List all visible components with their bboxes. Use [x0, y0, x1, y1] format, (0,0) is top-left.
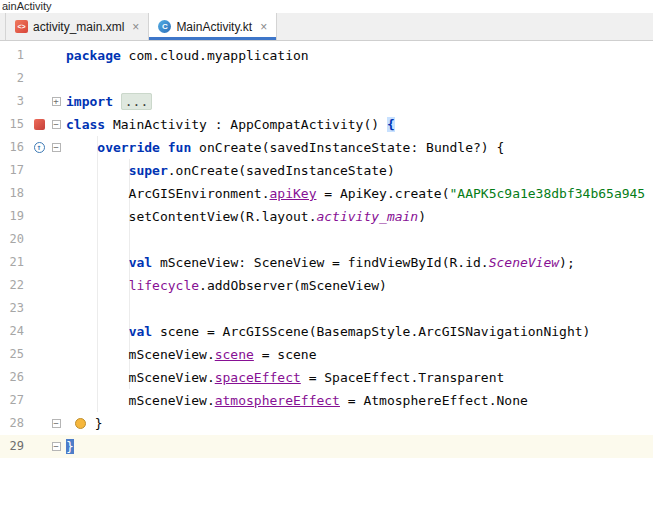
code-text: } [64, 435, 653, 458]
code-line[interactable]: 3+import ... [0, 90, 653, 113]
code-line[interactable]: 28− } [0, 412, 653, 435]
fold-marker-slot [48, 389, 64, 412]
code-segment: ArcGISEnvironment. [66, 186, 270, 201]
fold-marker-slot [48, 366, 64, 389]
editor-tab-bar: <> activity_main.xml × C MainActivity.kt… [0, 13, 653, 41]
line-number: 15 [0, 113, 30, 136]
code-segment: spaceEffect [215, 370, 301, 385]
code-text: setContentView(R.layout.activity_main) [64, 205, 653, 228]
code-segment: .addObserver(mSceneView) [199, 278, 387, 293]
code-line[interactable]: 21 val mSceneView: SceneView = findViewB… [0, 251, 653, 274]
line-number: 19 [0, 205, 30, 228]
fold-marker-slot [48, 228, 64, 251]
code-segment: mSceneView. [66, 347, 215, 362]
code-line[interactable]: 22 lifecycle.addObserver(mSceneView) [0, 274, 653, 297]
code-line[interactable]: 25 mSceneView.scene = scene [0, 343, 653, 366]
code-line[interactable]: 1package com.cloud.myapplication [0, 44, 653, 67]
fold-marker-slot: − [48, 412, 64, 435]
code-line[interactable]: 16↑− override fun onCreate(savedInstance… [0, 136, 653, 159]
code-line[interactable]: 2 [0, 67, 653, 90]
gutter-icon-slot [30, 251, 48, 274]
breadcrumb[interactable]: ainActivity [0, 0, 653, 13]
line-number: 17 [0, 159, 30, 182]
tab-activity-main-xml[interactable]: <> activity_main.xml × [5, 13, 149, 40]
line-number: 18 [0, 182, 30, 205]
fold-collapse-icon[interactable]: − [52, 143, 61, 152]
code-text: override fun onCreate(savedInstanceState… [64, 136, 653, 159]
code-segment: ... [121, 93, 152, 110]
fold-marker-slot [48, 343, 64, 366]
close-icon[interactable]: × [260, 21, 267, 33]
fold-marker-slot [48, 251, 64, 274]
fold-marker-slot [48, 297, 64, 320]
code-line[interactable]: 24 val scene = ArcGISScene(BasemapStyle.… [0, 320, 653, 343]
code-segment: = scene [254, 347, 317, 362]
code-text [64, 297, 653, 320]
code-segment: scene [215, 347, 254, 362]
gutter-icon-slot [30, 366, 48, 389]
code-segment: scene = ArcGISScene(BasemapStyle.ArcGISN… [152, 324, 590, 339]
intention-bulb-icon[interactable] [75, 418, 86, 429]
gutter-icon-slot [30, 435, 48, 458]
fold-marker-slot [48, 67, 64, 90]
code-segment: = ApiKey.create( [316, 186, 449, 201]
tab-label: activity_main.xml [33, 20, 124, 34]
code-area[interactable]: 1package com.cloud.myapplication23+impor… [0, 44, 653, 458]
code-segment: override [97, 140, 160, 155]
fold-marker-slot [48, 205, 64, 228]
code-text: mSceneView.spaceEffect = SpaceEffect.Tra… [64, 366, 653, 389]
code-text: } [64, 412, 653, 435]
gutter-icon-slot [30, 320, 48, 343]
code-line[interactable]: 18 ArcGISEnvironment.apiKey = ApiKey.cre… [0, 182, 653, 205]
line-number: 27 [0, 389, 30, 412]
code-segment [160, 140, 168, 155]
code-segment: MainActivity : AppCompatActivity() [105, 117, 387, 132]
class-gutter-icon[interactable] [34, 119, 45, 130]
code-segment: ) [418, 209, 426, 224]
code-line[interactable]: 23 [0, 297, 653, 320]
code-text: super.onCreate(savedInstanceState) [64, 159, 653, 182]
code-line[interactable]: 20 [0, 228, 653, 251]
code-segment: = AtmosphereEffect.None [340, 393, 528, 408]
code-segment: "AAPK5c9a1e38dbf34b65a945 [450, 186, 646, 201]
line-number: 24 [0, 320, 30, 343]
code-line[interactable]: 15−class MainActivity : AppCompatActivit… [0, 113, 653, 136]
gutter-icon-slot [30, 412, 48, 435]
code-segment [66, 278, 129, 293]
gutter-icon-slot [30, 159, 48, 182]
code-text: mSceneView.atmosphereEffect = Atmosphere… [64, 389, 653, 412]
fold-expand-icon[interactable]: + [52, 97, 61, 106]
code-line[interactable]: 19 setContentView(R.layout.activity_main… [0, 205, 653, 228]
code-editor[interactable]: 1package com.cloud.myapplication23+impor… [0, 41, 653, 532]
code-segment [66, 163, 129, 178]
line-number: 29 [0, 435, 30, 458]
fold-collapse-icon[interactable]: − [52, 442, 61, 451]
code-line[interactable]: 17 super.onCreate(savedInstanceState) [0, 159, 653, 182]
code-line[interactable]: 26 mSceneView.spaceEffect = SpaceEffect.… [0, 366, 653, 389]
code-text [64, 228, 653, 251]
code-segment: mSceneView. [66, 370, 215, 385]
code-segment [66, 416, 74, 431]
gutter-icon-slot [30, 228, 48, 251]
fold-collapse-icon[interactable]: − [52, 419, 61, 428]
code-segment: SceneView [489, 255, 559, 270]
close-icon[interactable]: × [132, 21, 139, 33]
override-method-icon[interactable]: ↑ [34, 142, 45, 153]
gutter-icon-slot [30, 389, 48, 412]
line-number: 20 [0, 228, 30, 251]
code-segment: setContentView(R.layout. [66, 209, 316, 224]
gutter-icon-slot [30, 182, 48, 205]
tab-mainactivity-kt[interactable]: C MainActivity.kt × [149, 13, 277, 40]
code-segment: com.cloud.myapplication [121, 48, 309, 63]
code-segment: onCreate(savedInstanceState: Bundle?) { [191, 140, 504, 155]
code-line[interactable]: 27 mSceneView.atmosphereEffect = Atmosph… [0, 389, 653, 412]
code-line[interactable]: 29−} [0, 435, 653, 458]
fold-collapse-icon[interactable]: − [52, 120, 61, 129]
gutter-icon-slot [30, 343, 48, 366]
code-segment: class [66, 117, 105, 132]
gutter-icon-slot: ↑ [30, 136, 48, 159]
line-number: 16 [0, 136, 30, 159]
code-text: mSceneView.scene = scene [64, 343, 653, 366]
code-segment: import [66, 94, 113, 109]
tab-label: MainActivity.kt [176, 20, 252, 34]
